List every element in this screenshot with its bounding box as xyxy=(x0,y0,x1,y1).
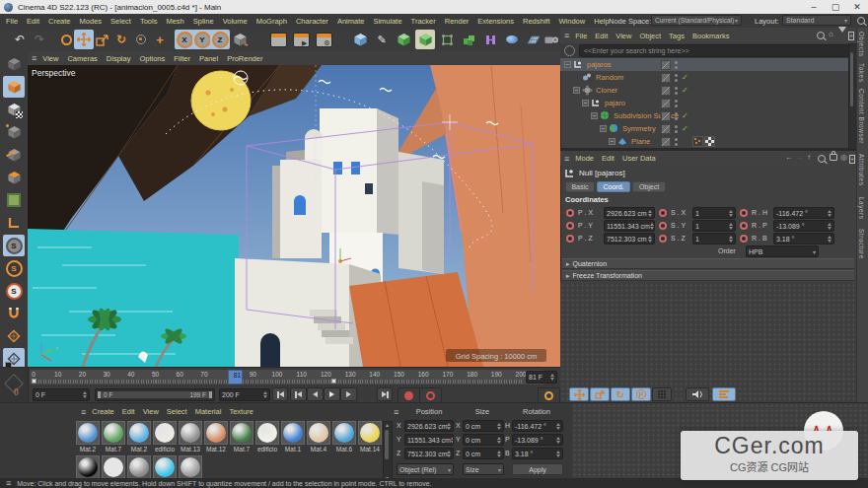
cm-size-field[interactable]: 0 cm xyxy=(463,448,504,459)
keyframe-dot-r[interactable] xyxy=(740,209,748,217)
mode-points-mode-button[interactable] xyxy=(3,121,25,143)
scale-field[interactable]: 1 xyxy=(692,207,736,219)
mode-texture-mode-button[interactable] xyxy=(3,99,25,120)
status-menu-icon[interactable]: ≡ xyxy=(6,478,11,488)
playhead[interactable]: 81 xyxy=(228,370,243,384)
range-start-field[interactable]: 0 F xyxy=(33,388,90,401)
tool-edit-render-settings-button[interactable]: ⚙ xyxy=(314,30,333,49)
viewport-canvas[interactable]: z Grid Spacing : 10000 cm xyxy=(28,65,560,367)
mode-model-mode-button[interactable] xyxy=(3,76,25,98)
mode-axis-modification-button[interactable] xyxy=(3,212,25,234)
menu-modes[interactable]: Modes xyxy=(80,17,103,26)
record-position-toggle[interactable] xyxy=(569,387,589,401)
record-rotation-toggle[interactable]: ↻ xyxy=(611,387,630,401)
cm-rotation-field[interactable]: -116.472 ° xyxy=(512,420,563,432)
panel-tab-attributes[interactable]: Attributes xyxy=(858,154,865,185)
om-search-icon[interactable] xyxy=(817,32,825,41)
history-back-icon[interactable]: ← xyxy=(785,153,793,162)
tab-object[interactable]: Object xyxy=(632,181,666,192)
node-space-select[interactable]: Current (Standard/Physical)▾ xyxy=(651,15,742,26)
play-forwards-button[interactable] xyxy=(324,387,340,401)
tool-coordinate-system-button[interactable]: ↳ xyxy=(230,30,250,49)
tool-enable-axis-button[interactable]: + xyxy=(150,30,170,49)
lock-icon[interactable] xyxy=(830,154,837,163)
mode-magnet-button[interactable] xyxy=(3,303,25,324)
viewport-menu-options[interactable]: Options xyxy=(139,54,165,63)
material-mat-6[interactable] xyxy=(332,421,356,445)
visibility-toggle[interactable] xyxy=(661,111,671,121)
tool-scale-button[interactable] xyxy=(92,30,111,49)
tool-pen-button[interactable]: ✎ xyxy=(372,30,392,49)
menu-animate[interactable]: Animate xyxy=(337,17,365,26)
tool-floor-button[interactable] xyxy=(524,30,543,49)
menu-render[interactable]: Render xyxy=(445,17,470,26)
menu-tracker[interactable]: Tracker xyxy=(411,17,436,26)
cm-position-field[interactable]: 2926.623 cm xyxy=(404,420,454,432)
visibility-toggle[interactable] xyxy=(661,73,671,83)
keyframe-marker[interactable] xyxy=(32,379,36,383)
mode-workplane-button[interactable] xyxy=(3,325,25,347)
material-menu-texture[interactable]: Texture xyxy=(229,407,253,416)
menu-redshift[interactable]: Redshift xyxy=(523,17,550,26)
viewport-menu-filter[interactable]: Filter xyxy=(174,54,190,63)
record-parameter-toggle[interactable]: P xyxy=(631,387,651,401)
enabled-check-icon[interactable]: ✓ xyxy=(682,111,688,120)
cm-size-field[interactable]: 0 cm xyxy=(463,434,504,446)
material-menu-edit[interactable]: Edit xyxy=(122,407,135,416)
panel-tab-takes[interactable]: Takes xyxy=(858,63,865,82)
go-to-end-button[interactable] xyxy=(377,387,393,401)
menu-tools[interactable]: Tools xyxy=(140,17,158,26)
material-menu-icon[interactable]: ≡ xyxy=(81,407,86,417)
range-end-handle[interactable] xyxy=(209,391,212,398)
am-menu-edit[interactable]: Edit xyxy=(602,154,615,163)
position-field[interactable]: 11551.343 cm xyxy=(604,220,655,232)
material-edificio[interactable] xyxy=(153,421,177,445)
tool-render-to-picture-viewer-button[interactable]: ▶ xyxy=(291,30,311,49)
record-active-objects-button[interactable] xyxy=(398,387,420,403)
editor-render-dots[interactable] xyxy=(675,125,678,133)
menu-create[interactable]: Create xyxy=(48,17,71,26)
current-frame-field[interactable]: 81 F xyxy=(526,371,557,383)
material-mat-4[interactable] xyxy=(307,421,330,445)
scale-field[interactable]: 1 xyxy=(692,220,736,232)
tool-undo-button[interactable]: ↶ xyxy=(10,30,30,49)
record-scale-toggle[interactable] xyxy=(590,387,610,401)
panel-tab-content-browser[interactable]: Content Browser xyxy=(858,89,865,144)
viewport-menu-panel[interactable]: Panel xyxy=(199,54,218,63)
panel-tab-structure[interactable]: Structure xyxy=(858,229,865,259)
mode-snap-settings-button[interactable]: S xyxy=(3,280,25,302)
tool-lock-x-button[interactable]: X xyxy=(175,30,194,49)
material-row2-1[interactable] xyxy=(102,455,125,479)
go-to-next-frame-button[interactable] xyxy=(340,387,357,401)
material-menu-select[interactable]: Select xyxy=(167,407,187,416)
go-to-previous-key-button[interactable] xyxy=(290,387,307,401)
tool-render-view-button[interactable] xyxy=(268,30,288,49)
expander-icon[interactable]: − xyxy=(573,87,580,94)
material-row2-2[interactable] xyxy=(127,455,151,479)
om-home-icon[interactable]: ⌂ xyxy=(829,30,833,38)
apply-button[interactable]: Apply xyxy=(512,463,563,475)
material-menu-view[interactable]: View xyxy=(143,407,159,416)
viewport-camera-label[interactable]: Perspective xyxy=(32,68,75,78)
maximize-button[interactable]: ▢ xyxy=(825,0,846,14)
cm-size-mode-select[interactable]: Size▾ xyxy=(463,463,504,475)
om-menu-view[interactable]: View xyxy=(615,32,631,40)
cm-size-field[interactable]: 0 cm xyxy=(463,420,504,432)
keyframe-dot-s[interactable] xyxy=(659,222,667,230)
mode-snap-enable-button[interactable]: S xyxy=(3,235,25,256)
om-menu-bookmarks[interactable]: Bookmarks xyxy=(692,32,730,40)
mode-edges-mode-button[interactable] xyxy=(3,144,25,166)
mode-polygons-mode-button[interactable] xyxy=(3,167,25,188)
om-menu-file[interactable]: File xyxy=(575,32,587,40)
tool-deformer-button[interactable] xyxy=(437,30,457,49)
tab-basic[interactable]: Basic xyxy=(565,181,595,192)
expander-icon[interactable]: − xyxy=(600,125,607,132)
cm-position-field[interactable]: 11551.343 cm xyxy=(404,434,454,446)
mode-enable-axis-button[interactable] xyxy=(3,189,25,211)
om-menu-tags[interactable]: Tags xyxy=(669,32,685,40)
material-mat-1[interactable] xyxy=(281,421,305,445)
cm-mode-select[interactable]: Object (Rel)▾ xyxy=(397,463,454,475)
tool-move-button[interactable] xyxy=(74,30,94,49)
material-menu-create[interactable]: Create xyxy=(92,407,114,416)
tree-item-symmetry[interactable]: −Symmetry✓ xyxy=(560,122,848,135)
